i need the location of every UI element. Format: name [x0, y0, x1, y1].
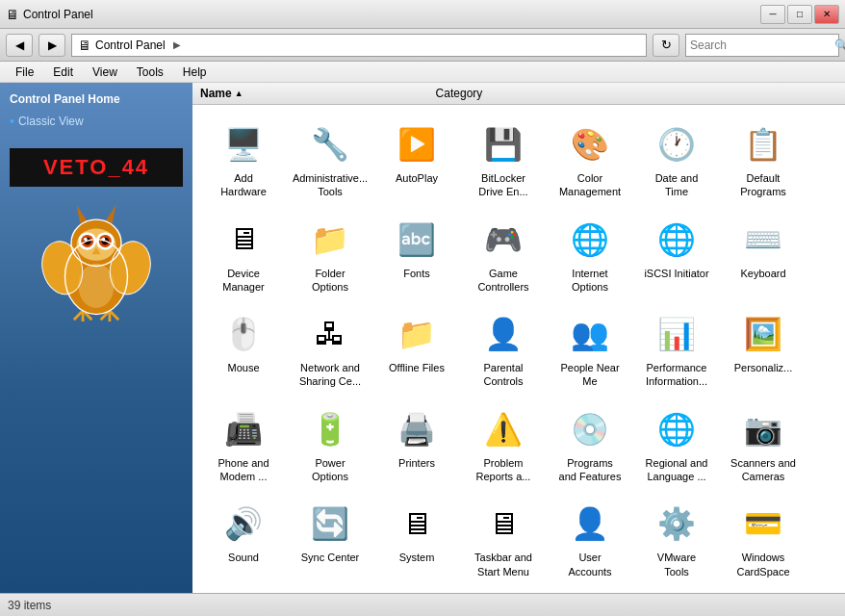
add-hardware-label: Add Hardware — [220, 171, 267, 199]
regional-language-label: Regional and Language ... — [646, 456, 708, 484]
icon-user-accounts[interactable]: 👤User Accounts — [547, 492, 633, 587]
menu-bar: File Edit View Tools Help — [0, 62, 845, 83]
icon-power-options[interactable]: 🔋Power Options — [287, 398, 373, 493]
icon-problem-reports[interactable]: ⚠️Problem Reports a... — [460, 398, 547, 493]
icon-offline-files[interactable]: 📁Offline Files — [373, 302, 460, 398]
color-mgmt-icon: 🎨 — [567, 121, 613, 167]
forward-button[interactable]: ▶ — [38, 34, 65, 57]
icon-windows-sideshow[interactable]: 🔄Windows SideShow — [373, 587, 460, 593]
title-bar: 🖥 Control Panel ─ □ ✕ — [0, 0, 845, 29]
icon-keyboard[interactable]: ⌨️Keyboard — [720, 208, 807, 303]
address-input[interactable]: 🖥 Control Panel ▶ — [71, 34, 647, 57]
icon-default-programs[interactable]: 📋Default Programs — [720, 113, 807, 208]
icon-autoplay[interactable]: ▶️AutoPlay — [373, 113, 460, 208]
icon-personalization[interactable]: 🖼️Personaliz... — [720, 302, 807, 398]
windows-cardspace-icon: 💳 — [740, 500, 786, 547]
parental-controls-label: Parental Controls — [484, 361, 524, 389]
power-options-label: Power Options — [312, 456, 348, 484]
icon-parental-controls[interactable]: 👤Parental Controls — [460, 302, 547, 398]
default-programs-label: Default Programs — [740, 171, 786, 199]
icon-windows-firewall[interactable]: 🧱Windows Firewall — [200, 587, 287, 593]
icon-network-sharing[interactable]: 🖧Network and Sharing Ce... — [287, 302, 373, 398]
menu-help[interactable]: Help — [175, 64, 215, 81]
printers-icon: 🖨️ — [394, 406, 440, 452]
icon-system[interactable]: 🖥System — [373, 492, 460, 587]
icon-sync-center[interactable]: 🔄Sync Center — [287, 492, 373, 587]
performance-info-icon: 📊 — [653, 311, 700, 357]
fonts-icon: 🔤 — [394, 217, 440, 263]
bitlocker-label: BitLocker Drive En... — [478, 171, 527, 199]
icon-game-controllers[interactable]: 🎮Game Controllers — [460, 208, 547, 303]
icon-phone-modem[interactable]: 📠Phone and Modem ... — [200, 398, 287, 493]
programs-features-label: Programs and Features — [559, 456, 622, 484]
refresh-button[interactable]: ↻ — [653, 34, 679, 57]
taskbar-start-icon: 🖥 — [480, 500, 526, 547]
icon-printers[interactable]: 🖨️Printers — [373, 398, 460, 493]
maximize-button[interactable]: □ — [787, 5, 812, 24]
icon-color-mgmt[interactable]: 🎨Color Management — [547, 113, 633, 208]
search-box: 🔍 — [685, 34, 839, 57]
search-icon: 🔍 — [834, 38, 845, 52]
vmware-tools-icon: ⚙️ — [653, 500, 700, 547]
add-hardware-icon: 🖥️ — [220, 121, 267, 167]
search-input[interactable] — [690, 38, 834, 52]
content-area: Name ▲ Category 🖥️Add Hardware🔧Administr… — [192, 83, 845, 593]
icon-internet-options[interactable]: 🌐Internet Options — [547, 208, 633, 303]
icon-scanners-cameras[interactable]: 📷Scanners and Cameras — [720, 398, 807, 493]
autoplay-label: AutoPlay — [396, 171, 438, 185]
col-name-header[interactable]: Name ▲ — [200, 87, 243, 100]
sidebar: Control Panel Home • Classic View VETO_4… — [0, 83, 192, 593]
icon-windows-sidebar[interactable]: ▦Windows Sidebar ... — [287, 587, 373, 593]
back-button[interactable]: ◀ — [6, 34, 33, 57]
icon-date-time[interactable]: 🕐Date and Time — [633, 113, 720, 208]
icon-windows-update[interactable]: 🪟Windows Update — [460, 587, 547, 593]
col-category-header[interactable]: Category — [436, 87, 483, 100]
column-headers: Name ▲ Category — [192, 83, 845, 105]
sidebar-home-title[interactable]: Control Panel Home — [10, 92, 183, 106]
icon-iscsi-initiator[interactable]: 🌐iSCSI Initiator — [633, 208, 720, 303]
icon-fonts[interactable]: 🔤Fonts — [373, 208, 460, 303]
menu-file[interactable]: File — [8, 64, 41, 81]
main-area: Control Panel Home • Classic View VETO_4… — [0, 83, 845, 593]
programs-features-icon: 💿 — [567, 406, 613, 452]
sound-icon: 🔊 — [220, 500, 267, 547]
icon-bitlocker[interactable]: 💾BitLocker Drive En... — [460, 113, 547, 208]
bitlocker-icon: 💾 — [480, 121, 526, 167]
svg-line-22 — [110, 311, 118, 320]
icon-admin-tools[interactable]: 🔧Administrative... Tools — [287, 113, 373, 208]
icon-mouse[interactable]: 🖱️Mouse — [200, 302, 287, 398]
icon-taskbar-start[interactable]: 🖥Taskbar and Start Menu — [460, 492, 547, 587]
phone-modem-icon: 📠 — [220, 406, 267, 452]
phone-modem-label: Phone and Modem ... — [218, 456, 269, 484]
icon-regional-language[interactable]: 🌐Regional and Language ... — [633, 398, 720, 493]
icon-people-near-me[interactable]: 👥People Near Me — [547, 302, 633, 398]
offline-files-label: Offline Files — [389, 361, 445, 374]
regional-language-icon: 🌐 — [653, 406, 700, 452]
menu-tools[interactable]: Tools — [129, 64, 171, 81]
people-near-me-icon: 👥 — [567, 311, 613, 357]
icon-programs-features[interactable]: 💿Programs and Features — [547, 398, 633, 493]
close-button[interactable]: ✕ — [814, 5, 839, 24]
icon-add-hardware[interactable]: 🖥️Add Hardware — [200, 113, 287, 208]
menu-edit[interactable]: Edit — [45, 64, 81, 81]
system-icon: 🖥 — [394, 500, 440, 547]
icon-folder-options[interactable]: 📁Folder Options — [287, 208, 373, 303]
icon-device-manager[interactable]: 🖥Device Manager — [200, 208, 287, 303]
icon-performance-info[interactable]: 📊Performance Information... — [633, 302, 720, 398]
autoplay-icon: ▶️ — [394, 121, 440, 167]
folder-options-label: Folder Options — [312, 267, 348, 295]
status-bar: 39 items — [0, 593, 845, 616]
personalization-icon: 🖼️ — [740, 311, 786, 357]
sort-arrow-icon: ▲ — [235, 89, 243, 98]
network-sharing-icon: 🖧 — [307, 311, 353, 357]
fonts-label: Fonts — [403, 267, 430, 280]
offline-files-icon: 📁 — [394, 311, 440, 357]
minimize-button[interactable]: ─ — [760, 5, 785, 24]
icon-vmware-tools[interactable]: ⚙️VMware Tools — [633, 492, 720, 587]
menu-view[interactable]: View — [85, 64, 125, 81]
sidebar-classic-view[interactable]: • Classic View — [10, 114, 183, 129]
icon-sound[interactable]: 🔊Sound — [200, 492, 287, 587]
scanners-cameras-icon: 📷 — [740, 406, 786, 452]
icon-windows-cardspace[interactable]: 💳Windows CardSpace — [720, 492, 807, 587]
svg-marker-5 — [105, 205, 115, 223]
